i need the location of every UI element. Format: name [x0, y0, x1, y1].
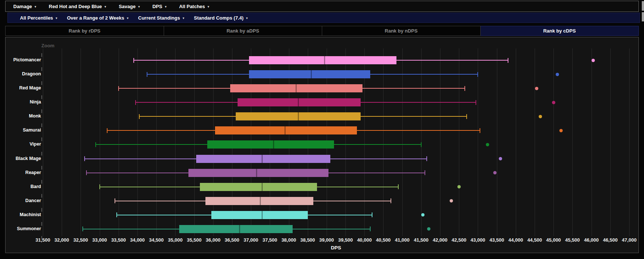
gridline	[592, 48, 592, 236]
outlier-dot-black-mage[interactable]	[499, 157, 502, 160]
gridline	[516, 48, 516, 236]
box-dragoon[interactable]	[249, 70, 370, 78]
outlier-dot-samurai[interactable]	[559, 129, 563, 132]
outlier-dot-reaper[interactable]	[493, 171, 497, 174]
whisker-cap-bard[interactable]	[398, 184, 399, 189]
median-ninja[interactable]	[298, 98, 299, 106]
whisker-cap-viper[interactable]	[421, 142, 422, 147]
median-black-mage[interactable]	[262, 155, 263, 163]
whisker-cap-monk[interactable]	[466, 114, 467, 119]
y-axis-tick	[41, 123, 42, 127]
outlier-dot-viper[interactable]	[486, 143, 489, 146]
median-dragoon[interactable]	[311, 70, 312, 78]
menu-dps[interactable]: DPS▾	[152, 4, 166, 9]
category-label-summoner: Summoner	[6, 226, 41, 231]
whisker-cap-summoner[interactable]	[370, 226, 371, 231]
outlier-dot-dragoon[interactable]	[556, 73, 559, 76]
box-dancer[interactable]	[205, 197, 313, 205]
box-samurai[interactable]	[215, 126, 357, 134]
whisker-cap-samurai[interactable]	[480, 128, 480, 133]
whisker-cap-black-mage[interactable]	[84, 156, 85, 161]
whisker-cap-pictomancer[interactable]	[133, 58, 134, 63]
menu-all-patches[interactable]: All Patches▾	[179, 4, 209, 9]
outlier-dot-summoner[interactable]	[427, 227, 430, 231]
box-ninja[interactable]	[238, 98, 361, 106]
median-viper[interactable]	[273, 140, 274, 149]
box-summoner[interactable]	[179, 225, 293, 233]
box-pictomancer[interactable]	[249, 56, 396, 64]
median-machinist[interactable]	[262, 211, 263, 219]
outlier-dot-bard[interactable]	[457, 185, 461, 188]
whisker-cap-ninja[interactable]	[476, 100, 476, 105]
box-viper[interactable]	[207, 140, 334, 149]
gridline	[553, 48, 554, 236]
menu-red-hot-and-deep-blue[interactable]: Red Hot and Deep Blue▾	[49, 4, 106, 9]
tab-rank-by-rdps[interactable]: Rank by rDPS	[5, 26, 164, 36]
menu-label: Red Hot and Deep Blue	[49, 4, 102, 9]
outlier-dot-red-mage[interactable]	[535, 87, 538, 90]
menu-current-standings[interactable]: Current Standings▾	[138, 15, 184, 21]
tab-rank-by-cdps[interactable]: Rank by cDPS	[481, 26, 639, 36]
whisker-cap-dragoon[interactable]	[147, 72, 147, 77]
whisker-cap-summoner[interactable]	[82, 226, 83, 231]
gridline	[383, 48, 384, 236]
outlier-dot-monk[interactable]	[539, 115, 542, 118]
gridline	[629, 48, 630, 236]
whisker-cap-red-mage[interactable]	[464, 86, 465, 91]
gridline	[137, 48, 138, 236]
whisker-cap-machinist[interactable]	[372, 212, 372, 217]
median-bard[interactable]	[262, 183, 263, 191]
box-black-mage[interactable]	[196, 155, 330, 163]
menu-damage[interactable]: Damage▾	[13, 4, 36, 9]
scrollbar-thumb[interactable]	[642, 12, 644, 21]
menu-savage[interactable]: Savage▾	[119, 4, 140, 9]
whisker-cap-monk[interactable]	[139, 114, 140, 119]
menu-label: DPS	[152, 4, 162, 9]
scrollbar-thumb[interactable]	[642, 1, 644, 11]
gridline	[459, 48, 459, 236]
tab-label: Rank by cDPS	[543, 28, 576, 34]
tab-rank-by-adps[interactable]: Rank by aDPS	[164, 26, 323, 36]
y-axis-tick	[41, 194, 42, 198]
y-axis-tick	[41, 53, 42, 57]
whisker-cap-reaper[interactable]	[86, 170, 87, 175]
outlier-dot-machinist[interactable]	[421, 213, 425, 217]
menu-all-percentiles[interactable]: All Percentiles▾	[20, 15, 57, 21]
whisker-cap-bard[interactable]	[99, 184, 100, 189]
median-red-mage[interactable]	[296, 84, 297, 92]
whisker-cap-dragoon[interactable]	[477, 72, 478, 77]
menu-label: Current Standings	[138, 15, 180, 21]
box-reaper[interactable]	[188, 169, 328, 177]
y-axis-tick	[41, 208, 42, 212]
whisker-cap-ninja[interactable]	[135, 100, 136, 105]
box-bard[interactable]	[200, 183, 317, 191]
box-machinist[interactable]	[211, 211, 308, 219]
outlier-dot-ninja[interactable]	[552, 101, 555, 104]
whisker-cap-dancer[interactable]	[115, 198, 115, 203]
whisker-cap-viper[interactable]	[95, 142, 96, 147]
whisker-cap-samurai[interactable]	[107, 128, 108, 133]
whisker-cap-pictomancer[interactable]	[508, 58, 508, 63]
x-tick-label: 47,000	[614, 237, 644, 243]
caret-down-icon: ▾	[165, 4, 167, 8]
median-monk[interactable]	[298, 112, 299, 120]
median-samurai[interactable]	[284, 126, 286, 134]
median-dancer[interactable]	[260, 197, 261, 205]
whisker-cap-reaper[interactable]	[425, 170, 425, 175]
category-label-ninja: Ninja	[6, 99, 41, 105]
whisker-cap-machinist[interactable]	[116, 212, 117, 217]
whisker-cap-dancer[interactable]	[391, 198, 391, 203]
caret-down-icon: ▾	[105, 4, 106, 8]
outlier-dot-pictomancer[interactable]	[592, 59, 595, 62]
median-summoner[interactable]	[239, 225, 240, 233]
whisker-cap-red-mage[interactable]	[118, 86, 119, 91]
median-pictomancer[interactable]	[324, 56, 325, 64]
menu-over-a-range-of-2-weeks[interactable]: Over a Range of 2 Weeks▾	[67, 15, 129, 21]
outlier-dot-dancer[interactable]	[450, 199, 453, 202]
menu-standard-comps-7-4[interactable]: Standard Comps (7.4)▾	[194, 15, 248, 21]
y-axis-tick	[41, 166, 42, 170]
gridline	[535, 48, 535, 236]
median-reaper[interactable]	[256, 169, 257, 177]
tab-rank-by-ndps[interactable]: Rank by nDPS	[322, 26, 481, 36]
whisker-cap-black-mage[interactable]	[426, 156, 427, 161]
